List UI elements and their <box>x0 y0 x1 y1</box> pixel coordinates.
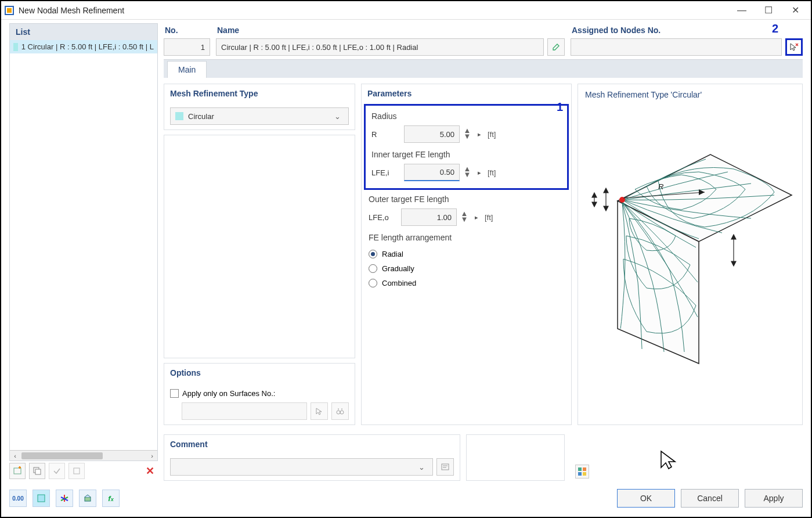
render-icon[interactable] <box>79 490 96 507</box>
svg-rect-8 <box>74 468 80 474</box>
comment-combo[interactable]: ⌄ <box>170 458 433 476</box>
bottom-bar: 0.00 fx OK Cancel Apply <box>9 485 803 511</box>
inner-symbol: LFE,i <box>371 168 400 177</box>
find-surfaces-button[interactable] <box>331 402 349 420</box>
edit-name-button[interactable] <box>547 38 565 56</box>
svg-rect-29 <box>442 464 449 470</box>
radio-radial-indicator <box>369 250 377 258</box>
name-label: Name <box>216 23 565 38</box>
delete-icon[interactable]: ✕ <box>142 463 158 479</box>
svg-rect-35 <box>583 472 586 476</box>
chevron-down-icon: ⌄ <box>331 112 344 121</box>
cursor-icon <box>315 407 323 415</box>
svg-marker-28 <box>731 261 736 266</box>
name-input[interactable]: Circular | R : 5.00 ft | LFE,i : 0.50 ft… <box>216 38 544 56</box>
radio-gradually[interactable]: Gradually <box>369 261 564 276</box>
radius-symbol: R <box>371 130 400 139</box>
svg-rect-2 <box>7 8 12 13</box>
highlight-frame: Radius R 5.00 ▲▼ ▸ [ft] Inner target FE … <box>364 104 569 190</box>
tab-main[interactable]: Main <box>167 61 207 78</box>
action-icon-1[interactable] <box>49 463 65 479</box>
ok-button[interactable]: OK <box>617 489 675 508</box>
cancel-button[interactable]: Cancel <box>681 489 739 508</box>
titlebar: New Nodal Mesh Refinement — ☐ ✕ <box>1 1 811 20</box>
app-icon <box>3 5 15 16</box>
assigned-nodes-input[interactable] <box>571 38 782 56</box>
window-title: New Nodal Mesh Refinement <box>19 6 728 15</box>
svg-rect-7 <box>35 469 41 474</box>
maximize-button[interactable]: ☐ <box>755 2 782 19</box>
svg-rect-34 <box>578 472 582 476</box>
units-button[interactable]: 0.00 <box>9 490 27 507</box>
palette-icon <box>578 467 587 476</box>
outer-symbol: LFE,o <box>369 213 398 222</box>
options-header: Options <box>164 364 355 382</box>
outer-length-input[interactable]: 1.00 <box>401 208 457 226</box>
action-icon-2[interactable] <box>68 463 85 479</box>
svg-marker-25 <box>592 202 597 207</box>
radio-gradually-indicator <box>369 264 377 273</box>
no-input[interactable]: 1 <box>164 38 210 56</box>
new-item-icon[interactable] <box>9 463 26 479</box>
horizontal-scrollbar[interactable]: ‹ › <box>10 450 157 461</box>
radius-group-label: Radius <box>371 111 561 121</box>
list-item[interactable]: 1 Circular | R : 5.00 ft | LFE,i : 0.50 … <box>10 40 157 53</box>
parameters-header: Parameters <box>362 84 571 103</box>
select-nodes-button[interactable] <box>785 38 803 56</box>
svg-text:R: R <box>658 182 663 191</box>
tab-bar: Main <box>164 59 803 78</box>
radio-combined[interactable]: Combined <box>369 276 564 290</box>
list-item-label: 1 Circular | R : 5.00 ft | LFE,i : 0.50 … <box>21 42 154 51</box>
view-mode-icon[interactable] <box>33 490 50 507</box>
svg-marker-27 <box>731 235 736 239</box>
radius-input[interactable]: 5.00 <box>404 125 460 143</box>
radius-unit: [ft] <box>488 130 496 139</box>
outer-more-button[interactable]: ▸ <box>472 214 481 221</box>
comment-action-button[interactable] <box>436 458 454 476</box>
preview-header: Mesh Refinement Type 'Circular' <box>582 88 799 105</box>
minimize-button[interactable]: — <box>728 2 755 19</box>
cursor-select-icon <box>789 42 799 52</box>
inner-spinner[interactable]: ▲▼ <box>463 167 471 178</box>
radius-spinner[interactable]: ▲▼ <box>463 128 471 140</box>
function-icon[interactable]: fx <box>102 490 120 507</box>
type-color-icon <box>175 112 183 120</box>
svg-marker-21 <box>604 188 608 193</box>
svg-rect-40 <box>85 497 91 501</box>
radio-radial[interactable]: Radial <box>369 247 564 261</box>
inner-group-label: Inner target FE length <box>371 150 561 159</box>
surfaces-input[interactable] <box>182 402 307 420</box>
assigned-label: Assigned to Nodes No. <box>571 23 803 38</box>
color-palette-button[interactable] <box>575 465 589 479</box>
apply-only-checkbox[interactable] <box>170 389 179 398</box>
pick-surfaces-button[interactable] <box>311 402 328 420</box>
list-body[interactable]: 1 Circular | R : 5.00 ft | LFE,i : 0.50 … <box>10 40 157 450</box>
annotation-1: 1 <box>557 100 563 114</box>
inner-unit: [ft] <box>488 168 496 177</box>
preview-diagram: R <box>582 105 799 407</box>
apply-button[interactable]: Apply <box>745 489 803 508</box>
scroll-thumb[interactable] <box>21 452 103 459</box>
close-button[interactable]: ✕ <box>782 2 809 19</box>
scroll-right-icon[interactable]: › <box>147 452 157 459</box>
axes-icon[interactable] <box>56 490 73 507</box>
refinement-type-combo[interactable]: Circular ⌄ <box>170 107 349 125</box>
radio-combined-indicator <box>369 279 377 287</box>
list-toolbar: ✕ <box>9 461 158 481</box>
scroll-left-icon[interactable]: ‹ <box>10 452 20 459</box>
outer-group-label: Outer target FE length <box>369 195 564 204</box>
no-label: No. <box>164 23 210 38</box>
inner-more-button[interactable]: ▸ <box>475 169 484 177</box>
list-panel: List 1 Circular | R : 5.00 ft | LFE,i : … <box>9 23 158 461</box>
svg-rect-36 <box>38 495 45 502</box>
parameters-panel: 1 Parameters Radius R 5.00 ▲▼ ▸ [ft] <box>361 84 572 425</box>
copy-item-icon[interactable] <box>29 463 45 479</box>
svg-rect-3 <box>14 468 21 474</box>
svg-rect-33 <box>583 467 586 471</box>
outer-spinner[interactable]: ▲▼ <box>460 211 468 223</box>
binoculars-icon <box>336 407 344 415</box>
inner-length-input[interactable]: 0.50 <box>404 164 460 181</box>
arrangement-label: FE length arrangement <box>369 233 564 242</box>
radius-more-button[interactable]: ▸ <box>475 131 484 138</box>
outer-unit: [ft] <box>485 213 493 222</box>
